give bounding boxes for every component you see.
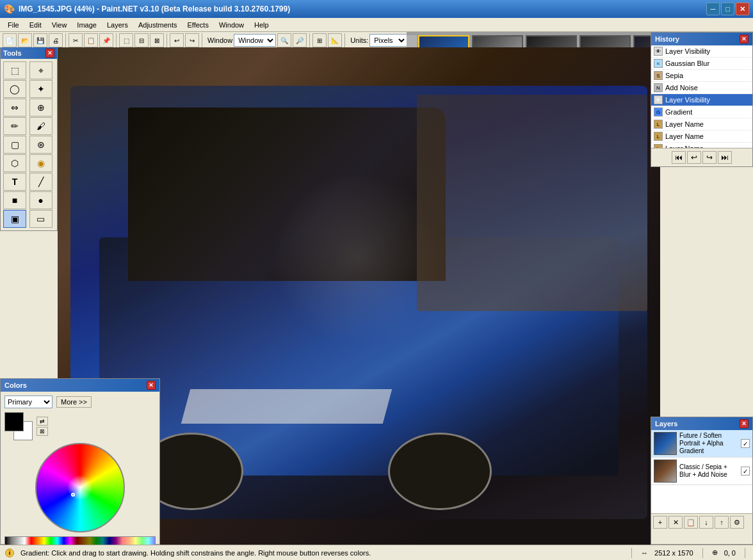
swap-colors-button[interactable]: ⇄ <box>36 417 48 426</box>
history-item-4[interactable]: 👁 Layer Visibility <box>651 94 752 106</box>
toolbar-new[interactable]: 📄 <box>3 33 17 47</box>
tool-paintbrush[interactable]: 🖌 <box>29 117 53 135</box>
tool-line[interactable]: ╱ <box>29 173 53 191</box>
layer-add[interactable]: + <box>653 516 667 529</box>
colors-title: Colors <box>4 381 27 389</box>
layer-check-0[interactable]: ✓ <box>741 439 750 448</box>
layer-thumbnail-1 <box>654 460 677 483</box>
toolbar-save[interactable]: 💾 <box>33 33 47 47</box>
toolbar-undo[interactable]: ↩ <box>170 33 184 47</box>
history-item-2[interactable]: S Sepia <box>651 70 752 82</box>
tool-ellipse[interactable]: ◯ <box>3 80 26 98</box>
layer-properties[interactable]: ⚙ <box>730 516 744 529</box>
layer-delete[interactable]: ✕ <box>668 516 683 529</box>
tool-paint-bucket[interactable]: ◉ <box>29 154 53 172</box>
menu-window[interactable]: Window <box>214 20 249 30</box>
toolbar-paste[interactable]: 📌 <box>99 33 113 47</box>
color-wheel-center <box>67 475 93 500</box>
close-button[interactable]: ✕ <box>736 3 749 15</box>
maximize-button[interactable]: □ <box>721 3 734 15</box>
menu-layers[interactable]: Layers <box>102 20 133 30</box>
toolbar-rulers[interactable]: 📐 <box>328 33 342 47</box>
toolbar-deselect[interactable]: ⊟ <box>134 33 149 47</box>
layer-item-0[interactable]: Future / Soften Portrait + Alpha Gradien… <box>651 430 752 458</box>
toolbar-redo[interactable]: ↪ <box>185 33 199 47</box>
toolbar-zoom-in[interactable]: 🔍 <box>277 33 291 47</box>
layer-duplicate[interactable]: 📋 <box>684 516 698 529</box>
history-controls: ⏮ ↩ ↪ ⏭ <box>651 148 752 166</box>
tool-rect-select[interactable]: ⬚ <box>3 61 26 79</box>
tool-ellipse-shape[interactable]: ● <box>29 191 53 209</box>
history-icon-4: 👁 <box>654 95 663 104</box>
more-colors-button[interactable]: More >> <box>56 396 92 408</box>
menu-edit[interactable]: Edit <box>24 20 47 30</box>
tool-clone-stamp[interactable]: ⊛ <box>29 136 53 154</box>
history-item-1[interactable]: ≈ Gaussian Blur <box>651 58 752 70</box>
toolbar-cut[interactable]: ✂ <box>69 33 83 47</box>
tool-rectangle[interactable]: ■ <box>3 191 26 209</box>
layer-merge-down[interactable]: ↓ <box>699 516 713 529</box>
history-list[interactable]: 👁 Layer Visibility ≈ Gaussian Blur S Sep… <box>651 45 752 148</box>
toolbar-invert[interactable]: ⊠ <box>150 33 164 47</box>
history-icon-6: L <box>654 120 663 129</box>
color-mode-dropdown[interactable]: Primary Secondary <box>4 396 53 408</box>
history-label-4: Layer Visibility <box>665 96 710 104</box>
layer-item-1[interactable]: Classic / Sepia + Blur + Add Noise ✓ <box>651 458 752 485</box>
status-coordinates: 0, 0 <box>724 549 736 557</box>
toolbar-grid[interactable]: ⊞ <box>312 33 327 47</box>
history-item-7[interactable]: L Layer Name <box>651 131 752 143</box>
history-last[interactable]: ⏭ <box>718 151 732 164</box>
toolbar-print[interactable]: 🖨 <box>49 33 63 47</box>
tool-move-selection[interactable]: ⇔ <box>3 99 26 116</box>
tool-text[interactable]: T <box>3 173 26 191</box>
history-first[interactable]: ⏮ <box>672 151 686 164</box>
layers-header: Layers ✕ <box>651 417 752 430</box>
menu-view[interactable]: View <box>47 20 72 30</box>
colors-close[interactable]: ✕ <box>147 381 156 390</box>
layer-move-up[interactable]: ↑ <box>715 516 729 529</box>
minimize-button[interactable]: ─ <box>706 3 720 15</box>
tool-pencil[interactable]: ✏ <box>3 117 26 135</box>
layers-close[interactable]: ✕ <box>740 419 749 428</box>
reset-colors-button[interactable]: ⊠ <box>36 427 48 436</box>
toolbar-select-all[interactable]: ⬚ <box>119 33 133 47</box>
units-dropdown[interactable]: Pixels Inches cm <box>369 34 407 47</box>
color-wheel-container[interactable] <box>35 443 125 532</box>
menu-help[interactable]: Help <box>249 20 274 30</box>
primary-color-swatch[interactable] <box>4 412 24 431</box>
menu-effects[interactable]: Effects <box>182 20 214 30</box>
tool-rounded-rect[interactable]: ▭ <box>29 210 53 228</box>
history-header: History ✕ <box>651 33 752 45</box>
history-close[interactable]: ✕ <box>740 35 749 44</box>
toolbar-open[interactable]: 📂 <box>18 33 32 47</box>
toolbar-window-dropdown[interactable]: Window <box>234 34 276 47</box>
tools-grid: ⬚ ⌖ ◯ ✦ ⇔ ⊕ ✏ 🖌 ▢ ⊛ ⬡ ◉ T ╱ ■ ● ▣ ▭ <box>1 59 57 230</box>
history-item-0[interactable]: 👁 Layer Visibility <box>651 45 752 58</box>
tools-title: Tools <box>3 49 22 57</box>
toolbar-copy[interactable]: 📋 <box>84 33 98 47</box>
tool-magic-wand[interactable]: ✦ <box>29 80 53 98</box>
toolbar-zoom-out[interactable]: 🔎 <box>293 33 307 47</box>
history-item-3[interactable]: N Add Noise <box>651 82 752 94</box>
history-item-8[interactable]: L Layer Name <box>651 143 752 148</box>
tool-lasso[interactable]: ⌖ <box>29 61 53 79</box>
tool-gradient[interactable]: ▣ <box>3 210 26 228</box>
history-label-6: Layer Name <box>665 120 704 128</box>
history-label-5: Gradient <box>665 108 692 116</box>
tool-eraser[interactable]: ▢ <box>3 136 26 154</box>
tools-close[interactable]: ✕ <box>45 49 54 58</box>
layer-thumbnail-0 <box>654 432 677 455</box>
menu-file[interactable]: File <box>3 20 24 30</box>
menu-adjustments[interactable]: Adjustments <box>133 20 182 30</box>
history-undo[interactable]: ↩ <box>687 151 701 164</box>
history-item-6[interactable]: L Layer Name <box>651 118 752 131</box>
tool-recolor[interactable]: ⬡ <box>3 154 26 172</box>
layer-check-1[interactable]: ✓ <box>741 467 750 476</box>
tool-zoom[interactable]: ⊕ <box>29 99 53 116</box>
status-dimensions: 2512 x 1570 <box>654 549 693 557</box>
layer-name-0: Future / Soften Portrait + Alpha Gradien… <box>679 432 738 455</box>
history-icon-8: L <box>654 144 663 148</box>
history-item-5[interactable]: G Gradient <box>651 106 752 118</box>
menu-image[interactable]: Image <box>72 20 102 30</box>
history-redo[interactable]: ↪ <box>702 151 717 164</box>
